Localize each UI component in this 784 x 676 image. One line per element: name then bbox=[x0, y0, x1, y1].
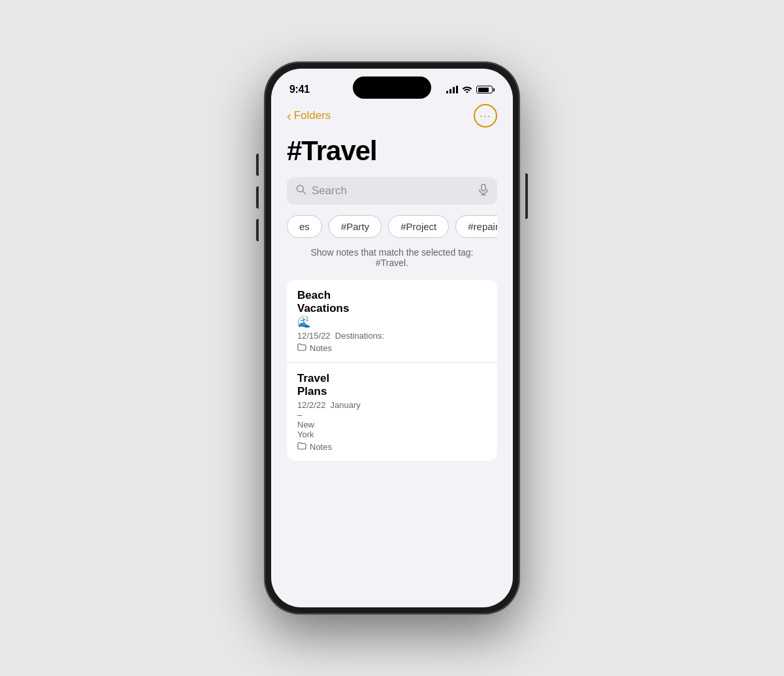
tag-chip-repair[interactable]: #repair bbox=[455, 215, 497, 238]
tag-chip-es[interactable]: es bbox=[287, 215, 322, 238]
status-time: 9:41 bbox=[289, 84, 310, 95]
more-button[interactable]: ··· bbox=[474, 104, 497, 127]
dynamic-island bbox=[353, 76, 431, 99]
more-icon: ··· bbox=[480, 109, 491, 123]
nav-bar: ‹ Folders ··· bbox=[287, 101, 497, 127]
battery-icon bbox=[476, 86, 495, 93]
screen-content: ‹ Folders ··· #Travel Search bbox=[271, 101, 513, 461]
signal-icon bbox=[446, 86, 458, 93]
search-bar[interactable]: Search bbox=[287, 177, 497, 205]
page-title: #Travel bbox=[287, 135, 497, 167]
folder-icon bbox=[297, 343, 306, 353]
back-label: Folders bbox=[294, 109, 331, 122]
status-bar: 9:41 bbox=[271, 69, 513, 101]
note-item-travel-plans[interactable]: Travel Plans 12/2/22 January – New York bbox=[287, 363, 497, 461]
notes-list: Beach Vacations 🌊 12/15/22 Destinations: bbox=[287, 280, 497, 461]
wifi-icon bbox=[462, 84, 472, 95]
search-icon bbox=[296, 184, 306, 197]
folder-icon bbox=[297, 442, 306, 452]
back-button[interactable]: ‹ Folders bbox=[287, 109, 331, 124]
tag-chip-party[interactable]: #Party bbox=[329, 215, 382, 238]
tag-chip-project[interactable]: #Project bbox=[388, 215, 449, 238]
back-chevron-icon: ‹ bbox=[287, 109, 291, 124]
phone-device: 9:41 bbox=[265, 62, 519, 614]
svg-line-1 bbox=[303, 192, 306, 194]
note-item-beach[interactable]: Beach Vacations 🌊 12/15/22 Destinations: bbox=[287, 280, 497, 363]
search-placeholder: Search bbox=[312, 184, 474, 197]
status-icons bbox=[446, 84, 495, 95]
tags-row: es #Party #Project #repair #Travel bbox=[287, 215, 497, 241]
phone-screen: 9:41 bbox=[271, 69, 513, 607]
svg-rect-2 bbox=[482, 184, 485, 191]
filter-description: Show notes that match the selected tag: … bbox=[287, 247, 497, 268]
microphone-icon[interactable] bbox=[479, 184, 488, 198]
